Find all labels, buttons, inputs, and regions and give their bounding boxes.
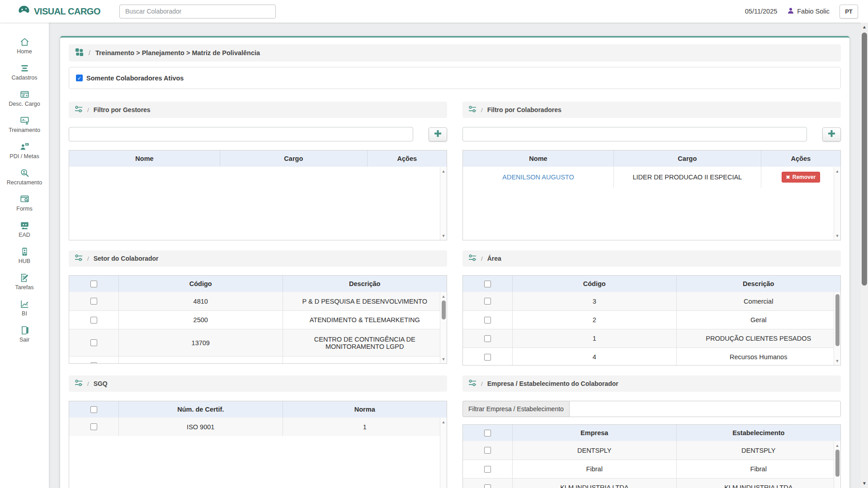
scroll-down-icon[interactable]: ▼ bbox=[861, 480, 868, 487]
table-row: DENTSPLY DENTSPLY bbox=[463, 441, 840, 460]
chart-icon bbox=[19, 299, 30, 309]
gestores-table: Nome Cargo Ações ▲ ▼ bbox=[69, 150, 447, 240]
setor-table-header: Código Descrição bbox=[69, 276, 447, 292]
main-content: / Treinamento > Planejamento > Matriz de… bbox=[49, 23, 861, 488]
colaboradores-section-header: / Filtro por Colaboradores bbox=[462, 102, 841, 118]
sidebar-item-desc-cargo[interactable]: Desc. Cargo bbox=[0, 85, 49, 111]
language-button[interactable]: PT bbox=[840, 5, 858, 19]
setor-table-scrollbar[interactable]: ▲ ▼ bbox=[440, 292, 447, 363]
scroll-thumb[interactable] bbox=[862, 33, 867, 286]
logo-text: VISUAL CARGO bbox=[34, 6, 100, 17]
scroll-thumb[interactable] bbox=[442, 300, 446, 319]
modules-puzzle-icon bbox=[75, 48, 84, 58]
empresa-table-header: Empresa Estabelecimento bbox=[463, 425, 840, 441]
gestores-add-button[interactable] bbox=[429, 127, 447, 141]
sidebar-item-sair[interactable]: Sair bbox=[0, 321, 49, 347]
remove-button[interactable]: ✖ Remover bbox=[782, 172, 821, 183]
sidebar-item-pdi-metas[interactable]: PDI / Metas bbox=[0, 137, 49, 164]
sidebar-item-treinamento[interactable]: Treinamento bbox=[0, 111, 49, 137]
scroll-up-icon[interactable]: ▲ bbox=[440, 168, 447, 174]
colaborador-name-link[interactable]: ADENILSON AUGUSTO bbox=[463, 167, 614, 188]
row-checkbox[interactable] bbox=[484, 298, 491, 305]
table-row: 4 Recursos Humanos bbox=[463, 347, 840, 366]
row-checkbox[interactable] bbox=[90, 339, 97, 346]
scroll-up-icon[interactable]: ▲ bbox=[440, 419, 447, 425]
row-checkbox[interactable] bbox=[484, 447, 491, 454]
scroll-up-icon[interactable]: ▲ bbox=[834, 168, 840, 174]
colaboradores-section: / Filtro por Colaboradores Nome Cargo Aç… bbox=[462, 102, 841, 240]
search-person-icon bbox=[19, 168, 30, 178]
gestores-table-scrollbar[interactable]: ▲ ▼ bbox=[440, 167, 447, 240]
search-input[interactable] bbox=[119, 5, 276, 19]
sidebar-item-ead[interactable]: EAD bbox=[0, 216, 49, 242]
sgq-table-scrollbar[interactable]: ▲ ▼ bbox=[440, 418, 447, 488]
scroll-up-icon[interactable]: ▲ bbox=[440, 293, 447, 300]
app-logo[interactable]: VISUAL CARGO bbox=[17, 5, 100, 18]
setor-table: Código Descrição 4810 P & D PESQUISA E D… bbox=[69, 275, 447, 364]
sgq-table: Núm. de Certif. Norma ISO 9001 1 ▲ ▼ bbox=[69, 401, 447, 488]
current-date: 05/11/2025 bbox=[745, 8, 778, 15]
row-checkbox[interactable] bbox=[90, 362, 97, 364]
scroll-up-icon[interactable]: ▲ bbox=[861, 23, 868, 31]
colaboradores-add-button[interactable] bbox=[822, 127, 841, 141]
sidebar-item-tarefas[interactable]: Tarefas bbox=[0, 268, 49, 295]
scroll-thumb[interactable] bbox=[835, 294, 840, 346]
row-checkbox[interactable] bbox=[90, 317, 97, 324]
active-only-label: Somente Colaboradores Ativos bbox=[86, 75, 184, 82]
table-row: 2500 ATENDIMENTO & TELEMARKETING bbox=[69, 310, 447, 329]
scroll-down-icon[interactable]: ▼ bbox=[834, 358, 840, 364]
select-all-checkbox[interactable] bbox=[484, 430, 491, 436]
row-checkbox[interactable] bbox=[484, 354, 491, 361]
empresa-table-scrollbar[interactable]: ▲ ▼ bbox=[834, 441, 840, 488]
user-menu[interactable]: Fabio Solic bbox=[787, 7, 830, 16]
user-name: Fabio Solic bbox=[797, 8, 830, 15]
id-card-icon bbox=[19, 89, 30, 99]
table-row: 4500 CONSULTORIA TECNICA bbox=[69, 356, 447, 364]
select-all-checkbox[interactable] bbox=[484, 281, 491, 287]
scroll-down-icon[interactable]: ▼ bbox=[440, 233, 447, 239]
row-checkbox[interactable] bbox=[90, 298, 97, 305]
filter-sliders-icon bbox=[468, 379, 476, 389]
select-all-checkbox[interactable] bbox=[90, 281, 97, 287]
sidebar-item-recrutamento[interactable]: Recrutamento bbox=[0, 164, 49, 190]
sidebar-item-forms[interactable]: Forms bbox=[0, 190, 49, 216]
colaboradores-table-header: Nome Cargo Ações bbox=[463, 150, 840, 167]
active-filter-box: ✓ Somente Colaboradores Ativos bbox=[69, 67, 841, 89]
empresa-filter-input[interactable] bbox=[569, 401, 841, 417]
table-row: Fibral Fibral bbox=[463, 460, 840, 478]
active-only-checkbox[interactable]: ✓ bbox=[76, 75, 83, 81]
colaboradores-filter-input[interactable] bbox=[462, 127, 807, 141]
training-board-icon bbox=[19, 116, 30, 126]
scroll-down-icon[interactable]: ▼ bbox=[440, 356, 447, 362]
area-table-scrollbar[interactable]: ▼ bbox=[834, 292, 840, 365]
sidebar-item-hub[interactable]: HUB bbox=[0, 242, 49, 268]
visualcargo-logo-icon bbox=[17, 5, 31, 18]
sgq-section-header: / SGQ bbox=[69, 375, 447, 392]
gestores-section: / Filtro por Gestores Nome Cargo Ações bbox=[69, 102, 447, 240]
scroll-thumb[interactable] bbox=[835, 450, 840, 477]
row-checkbox[interactable] bbox=[90, 423, 97, 430]
colaboradores-table-scrollbar[interactable]: ▲ ▼ bbox=[834, 167, 840, 240]
main-scrollbar[interactable]: ▲ ▼ bbox=[861, 23, 868, 488]
scroll-down-icon[interactable]: ▼ bbox=[834, 233, 840, 239]
select-all-checkbox[interactable] bbox=[90, 406, 97, 413]
area-section-header: / Área bbox=[462, 250, 841, 267]
area-table-header: Código Descrição bbox=[463, 276, 840, 292]
row-checkbox[interactable] bbox=[484, 317, 491, 324]
table-row: 4810 P & D PESQUISA E DESENVOLVIMENTO bbox=[69, 292, 447, 310]
row-checkbox[interactable] bbox=[484, 335, 491, 342]
scroll-up-icon[interactable]: ▲ bbox=[834, 442, 840, 449]
filter-sliders-icon bbox=[468, 105, 476, 115]
row-checkbox[interactable] bbox=[484, 484, 491, 488]
setor-section: / Setor do Colaborador Código Descrição … bbox=[69, 250, 447, 366]
sidebar-item-cadastros[interactable]: Cadastros bbox=[0, 59, 49, 85]
empresa-section: / Empresa / Estabelecimento do Colaborad… bbox=[462, 375, 841, 488]
empresa-filter-group: Filtrar Empresa / Estabelecimento bbox=[462, 401, 841, 417]
row-checkbox[interactable] bbox=[484, 466, 491, 473]
table-row: ADENILSON AUGUSTO LIDER DE PRODUCAO II E… bbox=[463, 167, 840, 188]
page-title: Treinamento > Planejamento > Matriz de P… bbox=[95, 49, 260, 56]
gestores-filter-input[interactable] bbox=[69, 127, 413, 141]
sidebar-item-bi[interactable]: BI bbox=[0, 295, 49, 321]
sidebar-item-home[interactable]: Home bbox=[0, 33, 49, 59]
exit-door-icon bbox=[19, 325, 30, 335]
